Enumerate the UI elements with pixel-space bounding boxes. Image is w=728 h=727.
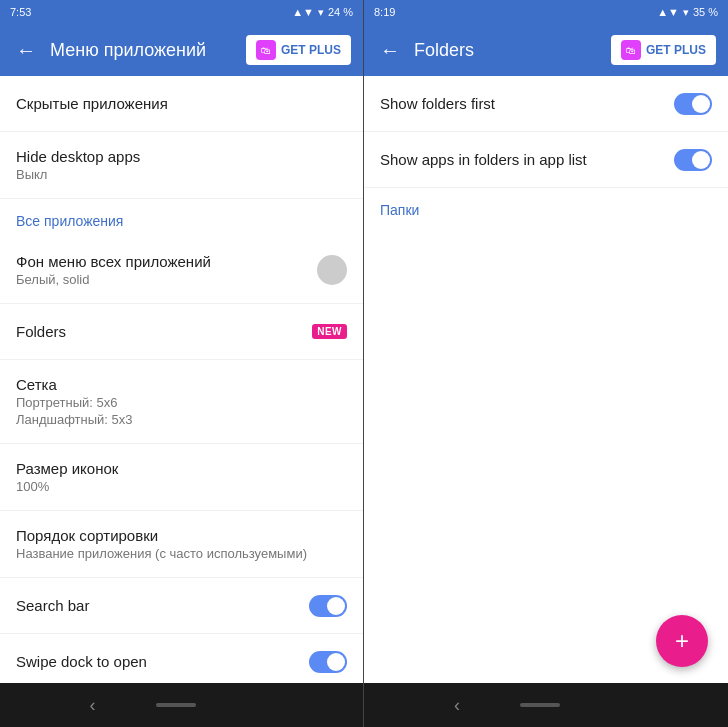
right-content: Show folders first Show apps in folders … (364, 76, 728, 683)
list-item-hidden-apps[interactable]: Скрытые приложения (0, 76, 363, 132)
hide-desktop-subtitle: Выкл (16, 167, 347, 182)
right-status-bar: 8:19 ▲▼ ▾ 35 % (364, 0, 728, 24)
right-get-plus-button[interactable]: 🛍 GET PLUS (611, 35, 716, 65)
folders-title: Folders (16, 323, 312, 340)
bg-menu-title: Фон меню всех приложений (16, 253, 317, 270)
left-back-button[interactable]: ← (12, 35, 40, 66)
left-panel: 7:53 ▲▼ ▾ 24 % ← Меню приложений 🛍 GET P… (0, 0, 363, 727)
left-nav-bar: ‹ (0, 683, 363, 727)
sort-order-title: Порядок сортировки (16, 527, 347, 544)
grid-subtitle2: Ландшафтный: 5x3 (16, 412, 347, 427)
list-item-show-apps-in-folders[interactable]: Show apps in folders in app list (364, 132, 728, 188)
show-folders-first-title: Show folders first (380, 95, 674, 112)
hide-desktop-title: Hide desktop apps (16, 148, 347, 165)
right-signal-icon: ▲▼ (657, 6, 679, 18)
left-title: Меню приложений (50, 40, 236, 61)
left-status-icons: ▲▼ ▾ 24 % (292, 6, 353, 19)
left-get-plus-icon: 🛍 (256, 40, 276, 60)
icon-size-title: Размер иконок (16, 460, 347, 477)
bg-menu-subtitle: Белый, solid (16, 272, 317, 287)
left-time: 7:53 (10, 6, 31, 18)
swipe-dock-title: Swipe dock to open (16, 653, 309, 670)
show-folders-first-toggle[interactable] (674, 93, 712, 115)
left-top-bar: ← Меню приложений 🛍 GET PLUS (0, 24, 363, 76)
list-item-show-folders-first[interactable]: Show folders first (364, 76, 728, 132)
right-panel-wrapper: 8:19 ▲▼ ▾ 35 % ← Folders 🛍 GET PLUS Show… (364, 0, 728, 727)
left-battery: 24 % (328, 6, 353, 18)
right-title: Folders (414, 40, 601, 61)
left-wifi-icon: ▾ (318, 6, 324, 19)
right-get-plus-icon: 🛍 (621, 40, 641, 60)
fab-button[interactable]: + (656, 615, 708, 667)
right-back-nav-icon[interactable]: ‹ (454, 695, 460, 716)
search-bar-toggle[interactable] (309, 595, 347, 617)
right-status-icons: ▲▼ ▾ 35 % (657, 6, 718, 19)
right-top-bar: ← Folders 🛍 GET PLUS (364, 24, 728, 76)
left-home-nav-indicator[interactable] (156, 703, 196, 707)
list-item-search-bar[interactable]: Search bar (0, 578, 363, 634)
list-item-swipe-dock[interactable]: Swipe dock to open (0, 634, 363, 683)
grid-subtitle1: Портретный: 5x6 (16, 395, 347, 410)
left-get-plus-label: GET PLUS (281, 43, 341, 57)
right-nav-bar: ‹ (364, 683, 728, 727)
show-apps-in-folders-title: Show apps in folders in app list (380, 151, 674, 168)
section-folders: Папки (364, 188, 728, 226)
search-bar-title: Search bar (16, 597, 309, 614)
folders-new-badge: NEW (312, 324, 347, 339)
left-get-plus-button[interactable]: 🛍 GET PLUS (246, 35, 351, 65)
icon-size-subtitle: 100% (16, 479, 347, 494)
right-time: 8:19 (374, 6, 395, 18)
right-battery: 35 % (693, 6, 718, 18)
right-get-plus-label: GET PLUS (646, 43, 706, 57)
show-apps-in-folders-toggle[interactable] (674, 149, 712, 171)
bg-menu-toggle[interactable] (317, 255, 347, 285)
right-back-button[interactable]: ← (376, 35, 404, 66)
left-signal-icon: ▲▼ (292, 6, 314, 18)
list-item-grid[interactable]: Сетка Портретный: 5x6 Ландшафтный: 5x3 (0, 360, 363, 444)
swipe-dock-toggle[interactable] (309, 651, 347, 673)
list-item-folders[interactable]: Folders NEW (0, 304, 363, 360)
left-status-bar: 7:53 ▲▼ ▾ 24 % (0, 0, 363, 24)
sort-order-subtitle: Название приложения (с часто используемы… (16, 546, 347, 561)
left-content: Скрытые приложения Hide desktop apps Вык… (0, 76, 363, 683)
grid-title: Сетка (16, 376, 347, 393)
left-back-nav-icon[interactable]: ‹ (90, 695, 96, 716)
list-item-icon-size[interactable]: Размер иконок 100% (0, 444, 363, 511)
list-item-sort-order[interactable]: Порядок сортировки Название приложения (… (0, 511, 363, 578)
section-all-apps: Все приложения (0, 199, 363, 237)
fab-icon: + (675, 627, 689, 655)
list-item-bg-menu[interactable]: Фон меню всех приложений Белый, solid (0, 237, 363, 304)
right-wifi-icon: ▾ (683, 6, 689, 19)
list-item-hide-desktop[interactable]: Hide desktop apps Выкл (0, 132, 363, 199)
hidden-apps-title: Скрытые приложения (16, 95, 347, 112)
right-home-nav-indicator[interactable] (520, 703, 560, 707)
